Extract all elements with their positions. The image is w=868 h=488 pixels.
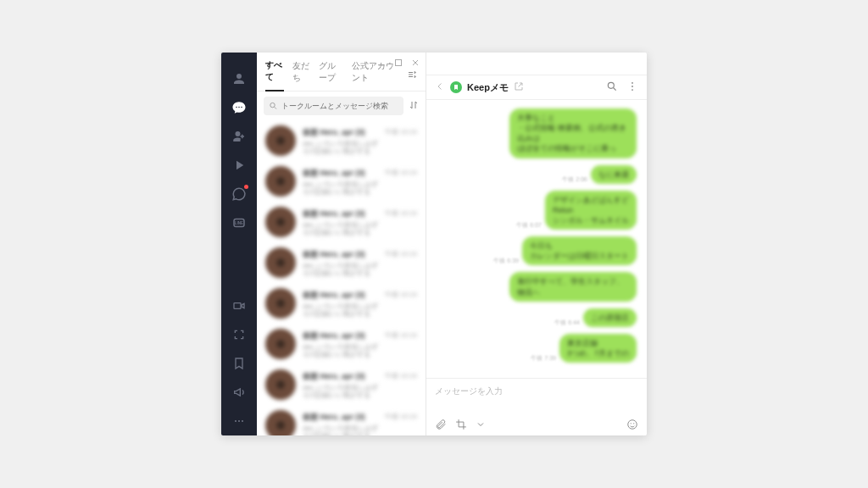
chat-item-time: 午後 10:16 — [385, 208, 417, 219]
chat-list-item[interactable]: 仮想 Heru_apr (3)午後 10:16 dev_いろいろ担当しはずその記… — [257, 202, 426, 242]
maximize-button[interactable] — [393, 58, 403, 68]
conversation-column: Keepメモ 大事なこと・公式情報 検索例、公式の書き込みはほぼ全ての情報がそこ… — [426, 53, 647, 435]
popout-icon[interactable] — [514, 81, 524, 93]
svg-rect-9 — [379, 65, 385, 66]
chat-item-time: 午後 10:16 — [385, 249, 417, 260]
svg-point-18 — [633, 423, 634, 424]
search-row — [257, 92, 426, 120]
chat-list: 仮想 Heru_apr (3)午後 10:16 dev_いろいろ担当しはずその記… — [257, 120, 426, 435]
svg-rect-5 — [234, 303, 241, 309]
chat-item-title: 仮想 Heru_apr (3) — [303, 371, 365, 382]
caret-down-icon[interactable] — [476, 419, 486, 430]
search-input[interactable] — [281, 102, 398, 110]
message-timestamp: 午後 6:39 — [493, 257, 519, 265]
chat-list-item[interactable]: 仮想 Heru_apr (3)午後 10:16 dev_いろいろ担当しはずその記… — [257, 161, 426, 202]
add-friend-icon[interactable] — [221, 122, 257, 151]
chat-item-time: 午後 10:16 — [385, 168, 417, 179]
chat-item-title: 仮想 Heru_apr (3) — [303, 208, 365, 219]
chat-item-meta: 仮想 Heru_apr (3)午後 10:16 dev_いろいろ担当しはずその記… — [303, 330, 417, 358]
chat-list-item[interactable]: 仮想 Heru_apr (3)午後 10:16 dev_いろいろ担当しはずその記… — [257, 120, 426, 161]
message-input-area: メッセージを入力 — [426, 378, 647, 435]
avatar — [265, 329, 296, 359]
chat-list-item[interactable]: 仮想 Heru_apr (3)午後 10:16 dev_いろいろ担当しはずその記… — [257, 242, 426, 283]
chat-item-time: 午後 10:16 — [385, 330, 417, 341]
chat-item-time: 午後 10:16 — [385, 127, 417, 138]
notification-dot — [244, 185, 248, 189]
capture-icon[interactable] — [221, 320, 257, 349]
avatar — [265, 410, 296, 435]
sort-icon[interactable] — [409, 98, 419, 114]
chat-item-meta: 仮想 Heru_apr (3)午後 10:16 dev_いろいろ担当しはずその記… — [303, 290, 417, 318]
app-window: LINE すべて 友だち グループ 公式アカウント — [221, 53, 647, 435]
message-timestamp: 午後 7:39 — [531, 354, 556, 363]
crop-icon[interactable] — [455, 419, 467, 430]
message-bubble[interactable]: 今日もカレンダーは日曜日スタート — [522, 236, 637, 265]
announce-icon[interactable] — [221, 378, 257, 407]
chat-item-title: 仮想 Heru_apr (3) — [303, 330, 365, 341]
tab-all[interactable]: すべて — [265, 59, 284, 92]
chat-item-title: 仮想 Heru_apr (3) — [303, 127, 365, 138]
chat-item-meta: 仮想 Heru_apr (3)午後 10:16 dev_いろいろ担当しはずその記… — [303, 371, 417, 399]
keep-icon[interactable] — [221, 349, 257, 378]
message-input[interactable]: メッセージを入力 — [435, 385, 638, 397]
chat-list-item[interactable]: 仮想 Heru_apr (3)午後 10:16 dev_いろいろ担当しはずその記… — [257, 364, 426, 405]
chat-item-preview: dev_いろいろ担当しはずその記録いい気がする — [303, 262, 417, 277]
header-actions — [606, 80, 638, 94]
emoji-icon[interactable] — [626, 419, 638, 430]
back-icon[interactable] — [435, 81, 445, 93]
svg-point-2 — [241, 107, 242, 108]
avatar — [265, 369, 296, 400]
chat-item-title: 仮想 Heru_apr (3) — [303, 249, 365, 260]
chat-item-preview: dev_いろいろ担当しはずその記録いい気がする — [303, 140, 417, 155]
chat-list-item[interactable]: 仮想 Heru_apr (3)午後 10:16 dev_いろいろ担当しはずその記… — [257, 405, 426, 435]
message-bubble[interactable]: 進行中すべて、学生スタッフ、物流へ — [509, 272, 637, 301]
avatar — [265, 288, 296, 319]
message-bubble[interactable]: 東京店舗3つめ、7月までの — [559, 334, 637, 363]
conversation-header: Keepメモ — [426, 75, 647, 100]
tab-groups[interactable]: グループ — [319, 60, 343, 91]
chat-item-preview: dev_いろいろ担当しはずその記録いい気がする — [303, 343, 417, 358]
svg-point-11 — [270, 103, 275, 107]
message-bubble[interactable]: なに来週 — [591, 165, 637, 184]
voom-icon[interactable] — [221, 151, 257, 180]
more-icon[interactable] — [221, 407, 257, 435]
message-bubble[interactable]: 大事なこと・公式情報 検索例、公式の書き込みはほぼ全ての情報がそこに乗っ — [509, 108, 637, 158]
message-bubble[interactable]: この原宿店 — [583, 308, 637, 327]
more-menu-icon[interactable] — [626, 80, 638, 94]
nav-rail: LINE — [221, 53, 257, 435]
chat-item-time: 午後 10:16 — [385, 290, 417, 301]
message-bubble[interactable]: デザインあどばんすどRetunシンボル・サムネイル — [545, 191, 637, 230]
close-button[interactable] — [410, 58, 420, 68]
openchat-icon[interactable] — [221, 180, 257, 208]
svg-point-12 — [608, 82, 614, 88]
svg-point-8 — [242, 420, 243, 422]
input-toolbar — [435, 419, 638, 430]
chat-item-preview: dev_いろいろ担当しはずその記録いい気がする — [303, 384, 417, 399]
message-timestamp: 午後 2:06 — [562, 175, 587, 184]
search-icon — [269, 101, 278, 111]
chat-list-item[interactable]: 仮想 Heru_apr (3)午後 10:16 dev_いろいろ担当しはずその記… — [257, 283, 426, 324]
chat-item-preview: dev_いろいろ担当しはずその記録いい気がする — [303, 180, 417, 196]
tab-friends[interactable]: 友だち — [292, 60, 311, 91]
svg-rect-10 — [396, 60, 402, 66]
line-services-icon[interactable]: LINE — [221, 208, 257, 237]
video-call-icon[interactable] — [221, 291, 257, 320]
svg-point-15 — [632, 89, 633, 91]
avatar — [265, 125, 296, 156]
chat-list-item[interactable]: 仮想 Heru_apr (3)午後 10:16 dev_いろいろ担当しはずその記… — [257, 324, 426, 364]
filter-icon[interactable] — [407, 69, 417, 81]
message-list: 大事なこと・公式情報 検索例、公式の書き込みはほぼ全ての情報がそこに乗っ午後 2… — [426, 100, 647, 378]
chat-item-time: 午後 10:16 — [385, 371, 417, 382]
attach-icon[interactable] — [435, 419, 447, 430]
search-box[interactable] — [264, 97, 403, 115]
message-timestamp: 午後 6:07 — [516, 221, 542, 230]
search-in-chat-icon[interactable] — [606, 80, 618, 94]
chat-item-title: 仮想 Heru_apr (3) — [303, 168, 365, 179]
chat-icon[interactable] — [221, 93, 257, 122]
minimize-button[interactable] — [376, 58, 387, 68]
chat-item-preview: dev_いろいろ担当しはずその記録いい気がする — [303, 221, 417, 236]
friends-icon[interactable] — [221, 64, 257, 93]
window-controls — [376, 58, 420, 68]
chat-item-preview: dev_いろいろ担当しはずその記録いい気がする — [303, 424, 417, 436]
chat-item-title: 仮想 Heru_apr (3) — [303, 412, 365, 423]
